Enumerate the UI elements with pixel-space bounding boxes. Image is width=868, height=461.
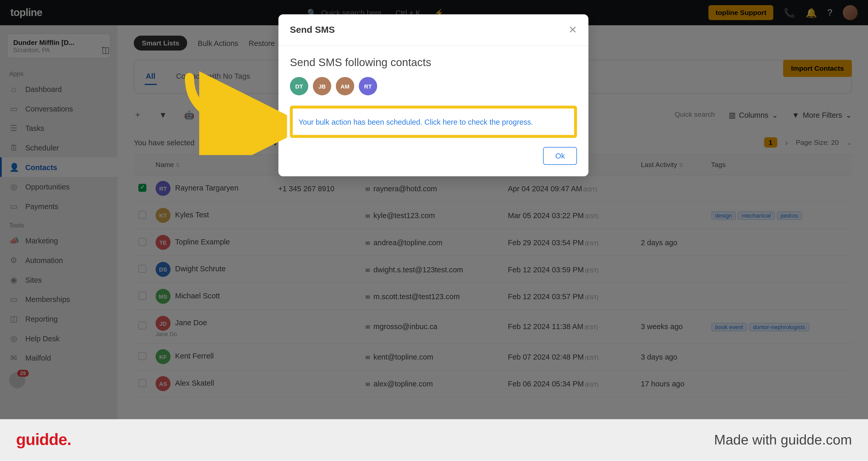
guidde-credit: Made with guidde.com xyxy=(714,432,852,448)
modal-ok-button[interactable]: Ok xyxy=(544,147,577,165)
modal-contact-avatar: DT xyxy=(290,77,308,95)
guidde-logo: guidde. xyxy=(16,431,71,449)
modal-close-icon[interactable]: ✕ xyxy=(568,24,577,36)
guidde-footer: guidde. Made with guidde.com xyxy=(0,419,868,460)
modal-contact-avatar: RT xyxy=(359,77,377,95)
modal-highlight-box: Your bulk action has been scheduled. Cli… xyxy=(290,105,577,138)
modal-contact-avatar: JB xyxy=(313,77,331,95)
bulk-action-progress-link[interactable]: Your bulk action has been scheduled. Cli… xyxy=(299,118,533,126)
modal-title: Send SMS xyxy=(290,25,335,35)
modal-contact-avatar: AM xyxy=(336,77,354,95)
modal-subtitle: Send SMS following contacts xyxy=(290,56,577,69)
send-sms-modal: Send SMS ✕ Send SMS following contacts D… xyxy=(278,14,588,176)
modal-avatar-row: DTJBAMRT xyxy=(290,77,577,95)
